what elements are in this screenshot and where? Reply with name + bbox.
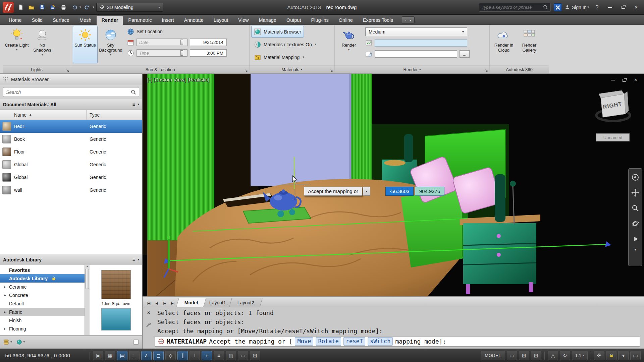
undo-dropdown-icon[interactable]: ▾ (79, 6, 81, 9)
quick-view-drawings-icon[interactable]: ⊟ (531, 351, 541, 360)
palette-titlebar[interactable]: Materials Browser (0, 74, 142, 85)
render-gallery-button[interactable]: Render Gallery (517, 26, 542, 63)
saveas-button[interactable] (48, 3, 57, 12)
tab-layout[interactable]: Layout (209, 16, 233, 25)
restore-button[interactable] (618, 3, 628, 11)
render-output-icon[interactable] (365, 51, 372, 58)
plot-button[interactable] (59, 3, 68, 12)
toolbar-lock-icon[interactable] (606, 351, 616, 360)
material-row-global-2[interactable]: GlobalGeneric (0, 171, 142, 184)
orbit-icon[interactable] (629, 216, 641, 231)
drawing-area[interactable]: [-] [Custom View] [Realistic] × RIGHT Un… (143, 74, 644, 296)
keyword-reset[interactable]: reseT (343, 337, 365, 346)
tab-surface[interactable]: Surface (48, 16, 74, 25)
material-search-icon[interactable] (131, 89, 136, 95)
prev-tab-icon[interactable]: ◀ (153, 299, 161, 307)
pan-icon[interactable] (629, 185, 641, 200)
set-location-button[interactable]: Set Location (127, 27, 227, 36)
drawing-minimize-button[interactable] (608, 76, 618, 84)
material-row-book[interactable]: BookGeneric (0, 133, 142, 145)
materials-browser-button[interactable]: Materials Browser (251, 26, 304, 38)
column-type[interactable]: Type (87, 110, 142, 120)
command-close-icon[interactable]: × (146, 310, 152, 316)
layout-icon[interactable]: ▭ (507, 351, 517, 360)
dynamic-input-toggle[interactable]: + (202, 351, 212, 360)
time-value-field[interactable]: 3:00 PM (190, 49, 227, 57)
tab-solid[interactable]: Solid (27, 16, 47, 25)
tab-view[interactable]: View (233, 16, 253, 25)
tab-layout2[interactable]: Layout2 (229, 298, 263, 307)
infer-constraints-toggle[interactable]: ▣ (93, 351, 103, 360)
material-row-floor[interactable]: FloorGeneric (0, 145, 142, 158)
redo-dropdown-icon[interactable]: ▾ (93, 6, 95, 9)
zoom-icon[interactable] (629, 201, 641, 216)
no-shadows-button[interactable]: No Shadows ▾ (30, 26, 55, 63)
library-thumbnail-blue[interactable] (101, 308, 131, 330)
render-in-cloud-button[interactable]: Render in Cloud (491, 26, 516, 63)
dynamic-input-x[interactable]: -56.3603 (385, 187, 414, 196)
material-search-input[interactable] (6, 89, 129, 95)
lineweight-toggle[interactable]: ≡ (214, 351, 224, 360)
search-icon[interactable] (543, 5, 548, 10)
navbar-more-icon[interactable]: ▾ (634, 248, 636, 251)
scroll-up-icon[interactable]: ▲ (86, 265, 89, 268)
library-caret-icon[interactable]: ▾ (138, 258, 139, 261)
render-panel-label-bar[interactable]: Render ▾ ↘ (335, 65, 489, 73)
coordinates-readout[interactable]: -56.3603, 904.9376 , 0.0000 (3, 353, 87, 358)
ribbon-display-toggle[interactable]: ▭▾ (402, 16, 415, 24)
exchange-apps-icon[interactable] (554, 3, 562, 11)
ortho-mode-toggle[interactable]: ∟ (129, 351, 140, 360)
time-slider-handle[interactable] (180, 50, 183, 56)
tab-annotate[interactable]: Annotate (179, 16, 208, 25)
tree-item-autodesk-library[interactable]: Autodesk Library (0, 274, 85, 283)
next-tab-icon[interactable]: ▶ (161, 299, 169, 307)
document-materials-header[interactable]: Document Materials: All ≡ ▾ (0, 99, 142, 110)
tab-mesh[interactable]: Mesh (75, 16, 96, 25)
autodesk-library-header[interactable]: Autodesk Library ≡ ▾ (0, 254, 142, 265)
help-icon[interactable]: ? (592, 3, 602, 11)
material-row-bed1[interactable]: Bed1Generic (0, 120, 142, 133)
material-mapping-button[interactable]: Material Mapping ▾ (251, 51, 307, 63)
tree-item-default[interactable]: Default (0, 299, 85, 308)
materials-textures-button[interactable]: Materials / Textures On ▾ (251, 39, 319, 50)
object-snap-toggle[interactable]: ◻ (153, 351, 164, 360)
library-view-icon[interactable]: ≡ (132, 257, 136, 262)
material-row-global-1[interactable]: GlobalGeneric (0, 158, 142, 171)
save-button[interactable] (38, 3, 46, 12)
tree-item-finish[interactable]: Finish (0, 316, 85, 324)
doc-materials-view-icon[interactable]: ≡ (132, 102, 136, 107)
render-browse-button[interactable]: ... (460, 50, 470, 58)
workspace-switching-icon[interactable] (594, 351, 604, 360)
tree-item-ceramic[interactable]: ▸Ceramic (0, 283, 85, 291)
command-input-line[interactable]: MATERIALMAP Accept the mapping or [ Move… (155, 336, 640, 347)
render-output-field[interactable] (375, 50, 457, 58)
selection-cycling-toggle[interactable]: ⊟ (250, 351, 260, 360)
first-tab-icon[interactable]: |◀ (145, 299, 153, 307)
tab-insert[interactable]: Insert (157, 16, 178, 25)
last-tab-icon[interactable]: ▶| (169, 299, 177, 307)
polar-tracking-toggle[interactable]: ∠ (141, 351, 152, 360)
snap-mode-toggle[interactable]: ▦ (105, 351, 115, 360)
viewport-view-control[interactable]: [Custom View] (153, 77, 185, 82)
sky-background-button[interactable]: Sky Background ▾ (98, 26, 123, 63)
tab-express-tools[interactable]: Express Tools (358, 16, 398, 25)
annotation-visibility-icon[interactable]: △ (548, 351, 558, 360)
display-options-button[interactable] (133, 339, 139, 345)
help-search-input[interactable] (482, 5, 541, 10)
undo-button[interactable] (70, 3, 78, 12)
manage-library-button[interactable]: ▾ (3, 339, 12, 345)
keyword-rotate[interactable]: Rotate (316, 337, 341, 346)
tab-model[interactable]: Model (176, 298, 206, 307)
dynamic-ucs-toggle[interactable]: ⊥ (190, 351, 200, 360)
doc-materials-caret-icon[interactable]: ▾ (138, 103, 139, 106)
tab-render[interactable]: Render (97, 16, 123, 25)
tree-item-flooring[interactable]: ▸Flooring (0, 324, 85, 333)
date-slider-handle[interactable] (180, 40, 183, 45)
library-thumbnail-wood[interactable] (101, 270, 131, 299)
tree-item-favorites[interactable]: Favorites (0, 266, 85, 274)
showmotion-icon[interactable] (629, 232, 641, 246)
viewcube[interactable]: RIGHT (595, 88, 632, 131)
viewport-menu-control[interactable]: [-] (147, 77, 152, 82)
minimize-button[interactable] (605, 3, 615, 11)
render-quality-dropdown[interactable]: Medium ▾ (365, 27, 467, 36)
